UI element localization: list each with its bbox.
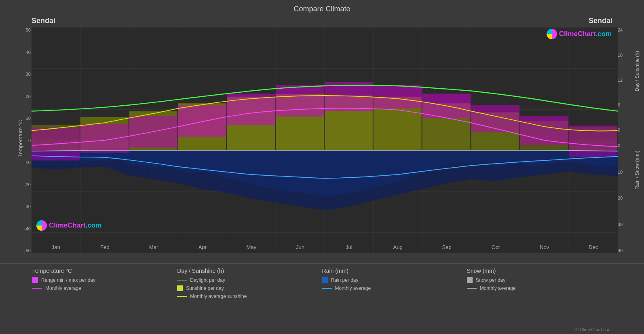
legend-box-sunshine (177, 285, 183, 291)
logo-icon-bottom (36, 220, 47, 231)
svg-rect-202 (276, 85, 324, 117)
page-title: Compare Climate (293, 5, 350, 13)
legend-label-temp-range: Range min / max per day (41, 277, 95, 283)
legend-title-temperature: Temperature °C (32, 268, 177, 274)
svg-text:Nov: Nov (540, 245, 549, 251)
svg-text:Jul: Jul (346, 245, 353, 251)
svg-rect-198 (80, 124, 129, 153)
legend-column-snow: Snow (mm) Snow per day Monthly average ©… (467, 268, 612, 334)
legend-label-sunshine-avg: Monthly average sunshine (190, 294, 247, 299)
svg-rect-204 (374, 85, 422, 108)
legend-area: Temperature °C Range min / max per day M… (0, 263, 644, 334)
legend-label-daylight: Daylight per day (190, 277, 225, 283)
location-label-left: Sendai (32, 17, 55, 25)
rain-deep-area (32, 150, 618, 210)
svg-text:Aug: Aug (393, 245, 403, 251)
legend-box-temp-range (32, 277, 38, 283)
y-axis-right-bottom-label: Rain / Snow (mm) (634, 151, 640, 189)
svg-text:Mar: Mar (149, 245, 158, 251)
legend-line-snow-avg (467, 288, 477, 289)
svg-text:Sep: Sep (442, 245, 451, 251)
legend-item-snow-avg: Monthly average (467, 285, 612, 291)
legend-item-sunshine-per-day: Sunshine per day (177, 285, 322, 291)
legend-item-rain-per-day: Rain per day (322, 277, 467, 283)
legend-label-sunshine-per-day: Sunshine per day (186, 285, 224, 291)
legend-line-rain-avg (322, 288, 332, 289)
svg-rect-206 (471, 105, 520, 132)
brand-logo-top-right: ClimeChart.com (547, 29, 612, 39)
legend-label-rain-avg: Monthly average (335, 285, 371, 291)
brand-name-bottom: ClimeChart.com (49, 221, 101, 230)
svg-text:Oct: Oct (492, 245, 500, 251)
legend-title-snow: Snow (mm) (467, 268, 612, 274)
y-axis-right-ticks-bottom: 0 10 20 30 40 (618, 143, 634, 253)
svg-rect-200 (178, 105, 227, 137)
svg-text:Dec: Dec (589, 245, 598, 251)
legend-box-snow (467, 277, 473, 283)
legend-title-sunshine: Day / Sunshine (h) (177, 268, 322, 274)
legend-label-snow-avg: Monthly average (480, 285, 516, 291)
brand-logo-bottom-left: ClimeChart.com (36, 220, 101, 231)
svg-rect-207 (520, 116, 568, 145)
legend-column-temperature: Temperature °C Range min / max per day M… (32, 268, 177, 334)
y-axis-right-ticks-top: 24 18 12 6 0 (618, 28, 634, 132)
legend-item-rain-avg: Monthly average (322, 285, 467, 291)
legend-label-rain-per-day: Rain per day (331, 277, 359, 283)
svg-text:Jan: Jan (52, 245, 60, 251)
legend-label-temp-avg: Monthly average (45, 285, 81, 291)
logo-icon-top (547, 29, 557, 39)
chart-svg-container: Jan Feb Mar Apr May Jun Jul Aug Sep Oct … (32, 28, 618, 253)
copyright-text: © ClimeChart.com (575, 327, 612, 332)
legend-item-temp-avg: Monthly average (32, 285, 177, 291)
legend-column-rain: Rain (mm) Rain per day Monthly average (322, 268, 467, 334)
page-container: Compare Climate Sendai Sendai ClimeChart… (0, 0, 644, 334)
legend-label-snow-per-day: Snow per day (476, 277, 505, 283)
legend-line-daylight (177, 280, 187, 281)
legend-item-snow-per-day: Snow per day (467, 277, 612, 283)
legend-title-rain: Rain (mm) (322, 268, 467, 274)
brand-name-top: ClimeChart.com (559, 30, 612, 38)
svg-text:Feb: Feb (100, 245, 110, 251)
legend-column-sunshine: Day / Sunshine (h) Daylight per day Suns… (177, 268, 322, 334)
legend-item-daylight: Daylight per day (177, 277, 322, 283)
location-label-right: Sendai (589, 17, 612, 25)
legend-line-temp-avg (32, 288, 42, 289)
svg-text:May: May (246, 245, 256, 251)
y-axis-left-ticks: 50 40 30 20 10 0 -10 -20 -30 -40 -50 (11, 28, 31, 253)
legend-item-sunshine-avg: Monthly average sunshine (177, 294, 322, 299)
svg-text:Jun: Jun (296, 245, 304, 251)
y-axis-right-top-label: Day / Sunshine (h) (634, 51, 640, 91)
legend-item-temp-range: Range min / max per day (32, 277, 177, 283)
main-chart-svg: Jan Feb Mar Apr May Jun Jul Aug Sep Oct … (32, 28, 618, 253)
legend-line-sunshine-avg (177, 296, 187, 297)
svg-text:Apr: Apr (198, 245, 207, 251)
legend-box-rain (322, 277, 328, 283)
